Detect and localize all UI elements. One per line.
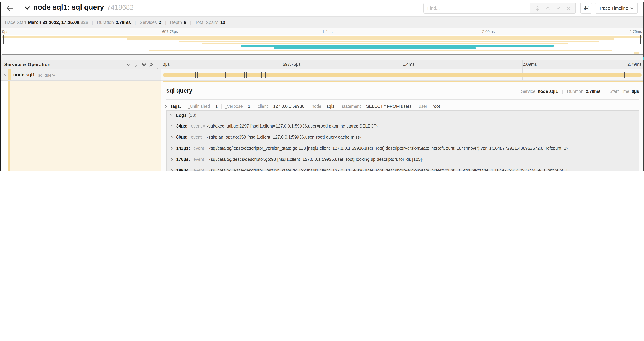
collapse-all-icon[interactable]: [142, 62, 146, 67]
tag-value: sql1: [327, 104, 335, 109]
timeline-ruler-label: 2.09ms: [523, 62, 537, 67]
tag-item: statement=SELECT * FROM users: [338, 104, 415, 109]
log-entry-row[interactable]: 176μs:event=‹sql/catalog/descs/descripto…: [170, 156, 423, 163]
services-label: Services: [140, 20, 157, 25]
jaeger-trace-page: node sql1: sql query7418682 ⌘ Trace Time…: [0, 0, 644, 171]
log-expand-chevron-icon: [170, 169, 174, 171]
log-marker-tick: [246, 72, 246, 78]
log-equals: =: [203, 124, 206, 129]
log-marker-tick: [187, 72, 188, 78]
trace-start-label: Trace Start: [4, 20, 26, 25]
depth-label: Depth: [170, 20, 182, 25]
next-match-icon[interactable]: [556, 6, 561, 11]
log-equals: =: [205, 168, 208, 171]
tag-value: 127.0.0.1:59936: [273, 104, 304, 109]
detail-left-gutter: [0, 81, 8, 171]
tag-equals: =: [212, 104, 214, 109]
log-expand-chevron-icon: [170, 158, 174, 161]
tag-key: statement: [342, 104, 361, 109]
span-row-timeline[interactable]: [161, 69, 644, 81]
command-icon: ⌘: [583, 5, 589, 12]
tags-expand-chevron-icon: [164, 105, 168, 108]
logs-title: Logs: [176, 113, 186, 118]
find-controls: [530, 3, 576, 13]
log-entry-row[interactable]: 34μs:event=‹sql/exec_util.go:2297 [nsql1…: [170, 123, 378, 130]
span-row-left[interactable]: node sql1 sql query: [0, 69, 161, 81]
expand-all-icon[interactable]: [149, 62, 154, 67]
tag-item: _verbose=1: [221, 104, 254, 109]
focus-target-icon[interactable]: [535, 6, 540, 11]
tag-value: SELECT * FROM users: [366, 104, 412, 109]
log-value: ‹sql/catalog/lease/descriptor_version_st…: [209, 168, 570, 171]
collapse-trace-chevron-icon[interactable]: [24, 5, 30, 11]
total-spans-label: Total Spans: [195, 20, 218, 25]
duration-value: 2.79ms: [116, 20, 131, 25]
detail-span-title: sql query: [166, 87, 192, 94]
service-operation-header: Service & Operation: [4, 62, 50, 67]
clear-search-icon[interactable]: [566, 6, 571, 11]
tags-row[interactable]: Tags: _unfinished=1_verbose=1client=127.…: [164, 102, 443, 111]
prev-match-icon[interactable]: [545, 6, 550, 11]
log-entry-row[interactable]: 80μs:event=‹sql/plan_opt.go:358 [nsql1,c…: [170, 134, 361, 141]
span-detail-card: sql query Service: node sql1 | Duration:…: [161, 81, 644, 171]
log-field-name: event: [193, 157, 204, 162]
log-entry-row[interactable]: 189μs:event=‹sql/catalog/lease/descripto…: [170, 167, 570, 171]
span-collapse-chevron-icon[interactable]: [4, 73, 8, 77]
expand-one-icon[interactable]: [134, 62, 138, 67]
trace-minimap[interactable]: [2, 35, 643, 55]
tag-item: node=sql1: [308, 104, 338, 109]
minimap-right-handle[interactable]: [640, 35, 641, 44]
tag-equals: =: [429, 104, 431, 109]
trace-start-value: March 31 2022, 17:25:09: [28, 20, 79, 25]
log-marker-tick: [168, 72, 169, 78]
tag-equals: =: [269, 104, 272, 109]
timeline-ruler-label: 1.4ms: [403, 62, 414, 67]
tag-equals: =: [244, 104, 247, 109]
back-arrow-icon: [6, 5, 13, 11]
minimap-span-bar: [241, 45, 554, 47]
detail-span-bar: [163, 81, 643, 83]
log-field-name: event: [193, 168, 204, 171]
view-selector-button[interactable]: Trace Timeline: [595, 3, 638, 14]
tag-item: _unfinished=1: [184, 104, 221, 109]
trace-start-fraction: .326: [79, 20, 88, 25]
tag-value: root: [432, 104, 440, 109]
window-right-edge[interactable]: [643, 2, 644, 171]
log-expand-chevron-icon: [170, 124, 174, 128]
log-marker-tick: [624, 72, 625, 78]
minimap-span-bar: [148, 50, 612, 51]
log-equals: =: [205, 146, 208, 151]
span-duration-bar[interactable]: [163, 74, 642, 77]
log-marker-tick: [244, 72, 245, 78]
service-label: Service:: [521, 89, 536, 94]
tag-item: client=127.0.0.1:59936: [254, 104, 308, 109]
detail-divider: [166, 100, 640, 100]
depth-value: 6: [184, 20, 186, 25]
log-timestamp: 80μs:: [176, 135, 188, 140]
log-equals: =: [203, 135, 206, 140]
log-value: ‹sql/exec_util.go:2297 [nsql1,client=127…: [207, 124, 378, 129]
span-service-name[interactable]: node sql1: [13, 72, 35, 77]
log-field-name: event: [193, 146, 204, 151]
trace-id: 7418682: [107, 4, 134, 11]
tag-key: client: [258, 104, 268, 109]
logs-header[interactable]: Logs (18): [166, 111, 639, 120]
log-marker-tick: [249, 72, 249, 78]
minimap-left-handle[interactable]: [3, 35, 4, 44]
minimap-ruler-label: 2.09ms: [482, 30, 495, 34]
duration-label: Duration:: [567, 89, 584, 94]
log-marker-tick: [193, 72, 193, 78]
logs-count: (18): [188, 113, 196, 118]
log-timestamp: 176μs:: [176, 157, 190, 162]
log-timestamp: 34μs:: [176, 124, 188, 129]
find-input[interactable]: [424, 3, 530, 13]
tag-value: 1: [248, 104, 250, 109]
minimap-span-bar: [634, 52, 639, 54]
keyboard-shortcuts-button[interactable]: ⌘: [580, 3, 592, 14]
back-button[interactable]: [0, 0, 20, 16]
log-entry-row[interactable]: 142μs:event=‹sql/catalog/lease/descripto…: [170, 145, 568, 152]
collapse-one-icon[interactable]: [126, 62, 130, 67]
column-resizer-grip[interactable]: [157, 66, 160, 69]
log-marker-tick: [176, 72, 177, 78]
tag-key: _unfinished: [188, 104, 210, 109]
